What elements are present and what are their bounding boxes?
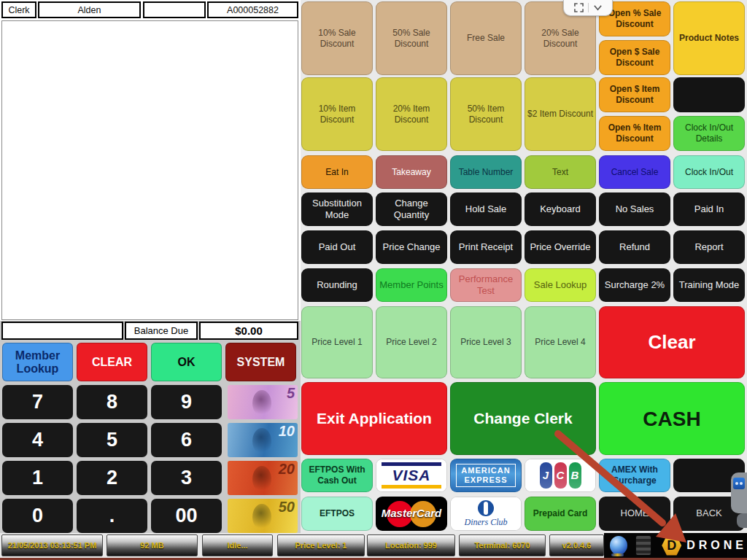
american-express-button[interactable]: AMERICANEXPRESS	[450, 459, 522, 492]
eftpos-with-cash-out-button[interactable]: EFTPOS With Cash Out	[301, 459, 373, 492]
keyboard-button[interactable]: Keyboard	[525, 192, 596, 226]
home-button[interactable]: HOME	[599, 497, 670, 531]
banknote-portrait	[252, 428, 271, 454]
product-notes-button[interactable]: Product Notes	[673, 1, 745, 75]
numpad-key-2[interactable]: 2	[77, 461, 147, 495]
banknote-5-button[interactable]: 5	[228, 385, 298, 419]
open-sale-discount-button[interactable]: Open $ Sale Discount	[599, 40, 670, 75]
10-sale-discount-button[interactable]: 10% Sale Discount	[301, 1, 373, 75]
server-icon	[635, 535, 651, 556]
50-sale-discount-button[interactable]: 50% Sale Discount	[376, 1, 447, 75]
jcb-stripe: J	[540, 462, 552, 489]
member-points-button[interactable]: Member Points	[376, 268, 447, 302]
paid-out-button[interactable]: Paid Out	[301, 230, 373, 264]
system-button[interactable]: SYSTEM	[225, 343, 296, 381]
status-memory: 92 MB	[107, 534, 198, 556]
rounding-button[interactable]: Rounding	[301, 268, 373, 302]
banknote-50-button[interactable]: 50	[228, 499, 298, 533]
visa-wordmark: VISA	[392, 466, 430, 485]
banknote-20-button[interactable]: 20	[228, 461, 298, 495]
open-item-discount-button[interactable]: Open % Item Discount	[599, 116, 670, 151]
numpad-key-1[interactable]: 1	[2, 461, 73, 495]
jcb-logo: JCB	[525, 459, 595, 491]
print-receipt-button[interactable]: Print Receipt	[450, 230, 522, 264]
no-sales-button[interactable]: No Sales	[599, 192, 670, 226]
price-change-button[interactable]: Price Change	[376, 230, 447, 264]
surcharge-2-button[interactable]: Surcharge 2%	[599, 268, 670, 302]
sale-items-area[interactable]	[1, 20, 298, 320]
text-button[interactable]: Text	[525, 155, 596, 189]
substitution-mode-button[interactable]: Substitution Mode	[301, 192, 373, 226]
10-item-discount-button[interactable]: 10% Item Discount	[301, 77, 373, 151]
numpad-key-0[interactable]: 0	[2, 499, 73, 533]
globe-stand	[611, 553, 624, 556]
report-button[interactable]: Report	[673, 230, 745, 264]
amex-with-surcharge-button[interactable]: AMEX With Surcharge	[599, 459, 670, 492]
teamviewer-panel-tab-lower[interactable]	[737, 513, 747, 528]
numpad-key-9[interactable]: 9	[151, 385, 222, 419]
numpad-key-6[interactable]: 6	[151, 423, 222, 457]
diners-circle	[478, 500, 494, 516]
performance-test-button[interactable]: Performance Test	[450, 268, 522, 302]
clear-button[interactable]: Clear	[599, 306, 745, 378]
50-item-discount-button[interactable]: 50% Item Discount	[450, 77, 522, 151]
open-item-discount-button[interactable]: Open $ Item Discount	[599, 77, 670, 112]
change-clerk-button[interactable]: Change Clerk	[450, 382, 596, 455]
price-override-button[interactable]: Price Override	[525, 230, 596, 264]
prepaid-card-button[interactable]: Prepaid Card	[525, 497, 596, 531]
drone-logo: D DRONE	[662, 536, 747, 556]
price-level-3-button[interactable]: Price Level 3	[450, 306, 522, 378]
ok-button[interactable]: OK	[151, 343, 222, 381]
table-number-button[interactable]: Table Number	[450, 155, 522, 189]
paid-in-button[interactable]: Paid In	[673, 192, 745, 226]
numpad-key-7[interactable]: 7	[2, 385, 73, 419]
training-mode-button[interactable]: Training Mode	[673, 268, 745, 302]
2-item-discount-button[interactable]: $2 Item Discount	[525, 77, 596, 151]
clock-in-out-details-button[interactable]: Clock In/Out Details	[673, 116, 745, 151]
sale-lookup-button[interactable]: Sale Lookup	[525, 268, 596, 302]
numpad-key-4[interactable]: 4	[2, 423, 73, 457]
banknote-denomination: 20	[279, 461, 295, 478]
mastercard-button[interactable]: MasterCard	[376, 497, 447, 531]
clerk-name-field[interactable]: Alden	[38, 1, 141, 18]
exit-application-button[interactable]: Exit Application	[301, 382, 447, 455]
visa-button[interactable]: VISA	[376, 459, 447, 492]
cash-button[interactable]: CASH	[599, 382, 745, 455]
numpad-key-3[interactable]: 3	[151, 461, 222, 495]
numpad-key-5[interactable]: 5	[77, 423, 147, 457]
diners-club-button[interactable]: Diners Club	[450, 497, 522, 531]
jcb-button[interactable]: JCB	[525, 459, 596, 492]
cancel-sale-button[interactable]: Cancel Sale	[599, 155, 670, 189]
price-level-4-button[interactable]: Price Level 4	[525, 306, 596, 378]
change-quantity-button[interactable]: Change Quantity	[376, 192, 447, 226]
drone-badge-icon: D	[662, 536, 681, 556]
price-level-1-button[interactable]: Price Level 1	[301, 306, 373, 378]
fullscreen-popup	[563, 0, 613, 16]
middle-field[interactable]	[143, 1, 206, 18]
numpad-key-dot[interactable]: .	[77, 499, 147, 533]
exit-fullscreen-icon[interactable]	[574, 3, 584, 12]
eftpos-button[interactable]: EFTPOS	[301, 497, 373, 531]
teamviewer-icon	[733, 478, 745, 489]
refund-button[interactable]: Refund	[599, 230, 670, 264]
price-level-2-button[interactable]: Price Level 2	[376, 306, 447, 378]
20-item-discount-button[interactable]: 20% Item Discount	[376, 77, 447, 151]
banknote-denomination: 50	[279, 499, 295, 516]
status-version: v2.0.4.6	[549, 534, 604, 556]
teamviewer-panel-tab[interactable]	[731, 472, 747, 513]
clear-button[interactable]: CLEAR	[77, 343, 147, 381]
numpad-key-8[interactable]: 8	[77, 385, 147, 419]
banknote-10-button[interactable]: 10	[228, 423, 298, 457]
hold-sale-button[interactable]: Hold Sale	[450, 192, 522, 226]
takeaway-button[interactable]: Takeaway	[376, 155, 447, 189]
mastercard-logo: MasterCard	[376, 497, 446, 530]
entry-value-field[interactable]	[1, 322, 123, 340]
clock-in-out-button[interactable]: Clock In/Out	[673, 155, 745, 189]
eat-in-button[interactable]: Eat In	[301, 155, 373, 189]
status-state: Idle...	[202, 534, 273, 556]
chevron-down-icon[interactable]	[593, 3, 603, 12]
numpad-key-00[interactable]: 00	[151, 499, 222, 533]
member-lookup-button[interactable]: Member Lookup	[2, 343, 73, 381]
free-sale-button[interactable]: Free Sale	[450, 1, 522, 75]
blank-button-1[interactable]	[673, 77, 745, 112]
